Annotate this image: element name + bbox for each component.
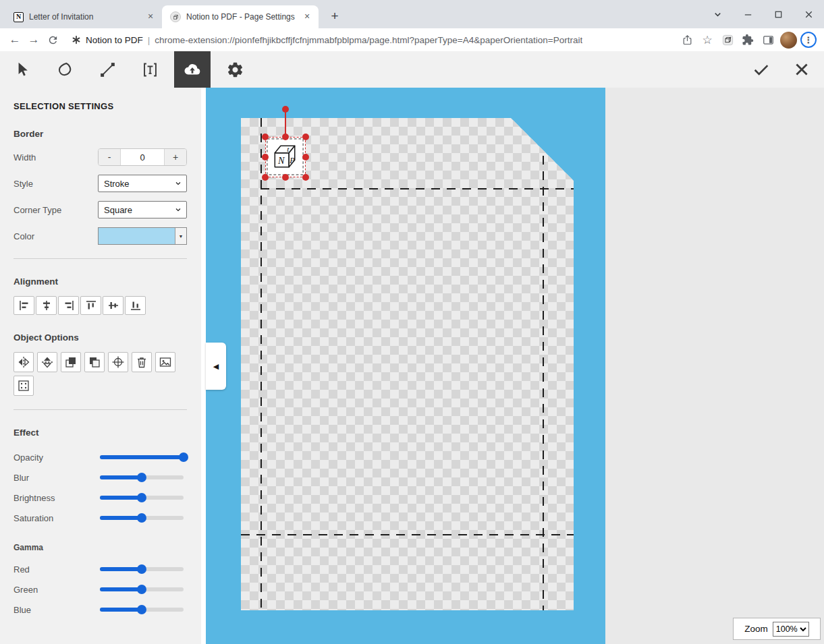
width-value-field[interactable]: 0 bbox=[121, 149, 164, 165]
rotation-handle[interactable] bbox=[282, 106, 289, 113]
green-slider-thumb[interactable] bbox=[137, 585, 146, 594]
share-icon bbox=[682, 34, 693, 46]
reload-icon bbox=[47, 34, 59, 46]
corner-type-select[interactable]: Square bbox=[98, 201, 187, 218]
tab-close-icon[interactable]: × bbox=[301, 11, 313, 23]
border-color-picker[interactable]: ▼ bbox=[98, 227, 187, 245]
maximize-button[interactable] bbox=[763, 0, 794, 28]
flip-vertical-button[interactable] bbox=[37, 352, 57, 372]
selected-logo-object[interactable]: N t P bbox=[265, 137, 306, 177]
upload-tool-button[interactable] bbox=[174, 51, 211, 88]
zoom-select[interactable]: 100% bbox=[773, 622, 809, 637]
avatar bbox=[780, 32, 797, 49]
brightness-slider-thumb[interactable] bbox=[137, 493, 146, 502]
saturation-slider-thumb[interactable] bbox=[137, 513, 146, 523]
align-right-button[interactable] bbox=[58, 296, 79, 315]
canvas-area: N t P ◀ Zoom 100% bbox=[201, 88, 824, 644]
resize-handle-ne[interactable] bbox=[302, 134, 309, 140]
blur-slider-thumb[interactable] bbox=[137, 473, 146, 482]
zoom-panel: Zoom 100% bbox=[733, 618, 821, 640]
blue-slider-thumb[interactable] bbox=[137, 605, 146, 614]
align-bottom-button[interactable] bbox=[125, 296, 146, 315]
margin-guide-right bbox=[543, 156, 544, 610]
extension-shortcut-button[interactable] bbox=[717, 30, 738, 49]
align-center-horizontal-button[interactable] bbox=[36, 296, 57, 315]
cursor-icon bbox=[13, 61, 31, 78]
center-object-button[interactable] bbox=[108, 352, 128, 372]
slider-track bbox=[100, 455, 184, 459]
side-panel-icon bbox=[762, 34, 775, 47]
align-middle-vertical-button[interactable] bbox=[103, 296, 123, 315]
extensions-button[interactable] bbox=[738, 30, 758, 49]
resize-handle-e[interactable] bbox=[302, 154, 309, 160]
bookmark-button[interactable]: ☆ bbox=[697, 30, 717, 49]
new-tab-button[interactable]: + bbox=[325, 7, 344, 26]
notion-favicon-icon: N bbox=[13, 12, 24, 22]
color-dropdown-button[interactable]: ▼ bbox=[175, 228, 186, 244]
color-label: Color bbox=[13, 231, 98, 241]
replace-image-button[interactable] bbox=[155, 352, 175, 372]
resize-handle-w[interactable] bbox=[262, 154, 269, 160]
resize-handle-s[interactable] bbox=[282, 174, 289, 181]
ntp-logo-image: N t P bbox=[266, 138, 304, 176]
opacity-slider[interactable] bbox=[100, 452, 184, 462]
close-window-button[interactable] bbox=[794, 0, 824, 28]
blur-slider[interactable] bbox=[100, 473, 184, 482]
align-top-button[interactable] bbox=[80, 296, 101, 315]
saturation-label: Saturation bbox=[13, 513, 100, 523]
width-increment-button[interactable]: + bbox=[164, 149, 186, 165]
tab-search-button[interactable] bbox=[703, 0, 733, 28]
extension-site-icon bbox=[72, 35, 81, 45]
confirm-button[interactable] bbox=[743, 51, 779, 88]
saturation-slider[interactable] bbox=[100, 513, 184, 523]
page-settings-tool-button[interactable] bbox=[217, 51, 253, 88]
blue-slider[interactable] bbox=[100, 605, 184, 614]
forward-button[interactable]: → bbox=[24, 30, 43, 49]
address-bar[interactable]: Notion to PDF | chrome-extension://pionf… bbox=[72, 35, 677, 45]
select-tool-button[interactable] bbox=[4, 51, 40, 88]
margin-guide-left bbox=[260, 118, 262, 610]
panel-collapse-button[interactable]: ◀ bbox=[206, 343, 226, 390]
divider bbox=[13, 409, 187, 410]
slider-track bbox=[100, 496, 184, 500]
cancel-button[interactable] bbox=[784, 51, 820, 88]
profile-avatar[interactable] bbox=[778, 30, 798, 49]
line-tool-button[interactable] bbox=[89, 51, 126, 88]
border-style-select[interactable]: Stroke bbox=[98, 175, 187, 192]
green-slider[interactable] bbox=[100, 585, 184, 594]
delete-object-button[interactable] bbox=[132, 352, 152, 372]
reload-button[interactable] bbox=[43, 30, 62, 49]
shape-tool-button[interactable] bbox=[47, 51, 83, 88]
bring-forward-button[interactable] bbox=[61, 352, 81, 372]
bring-forward-icon bbox=[64, 355, 78, 369]
resize-handle-n[interactable] bbox=[282, 134, 289, 140]
tab-letter-of-invitation[interactable]: N Letter of Invitation × bbox=[5, 5, 162, 28]
back-button[interactable]: ← bbox=[5, 30, 24, 49]
opacity-label: Opacity bbox=[13, 452, 100, 463]
image-icon bbox=[159, 355, 172, 369]
color-swatch[interactable] bbox=[99, 228, 175, 244]
margin-guide-top bbox=[260, 188, 574, 189]
align-left-button[interactable] bbox=[13, 296, 34, 315]
paper-a4 bbox=[241, 118, 574, 610]
flip-horizontal-button[interactable] bbox=[13, 352, 34, 372]
resize-handle-se[interactable] bbox=[302, 174, 309, 181]
tab-page-settings[interactable]: Notion to PDF - Page Settings × bbox=[162, 5, 319, 28]
red-slider-thumb[interactable] bbox=[137, 564, 146, 574]
send-backward-icon bbox=[88, 355, 101, 369]
red-slider[interactable] bbox=[100, 564, 184, 574]
brightness-slider[interactable] bbox=[100, 493, 184, 502]
pattern-fill-button[interactable] bbox=[13, 376, 34, 396]
share-button[interactable] bbox=[677, 30, 697, 49]
resize-handle-nw[interactable] bbox=[262, 134, 269, 140]
opacity-slider-thumb[interactable] bbox=[179, 452, 188, 462]
text-tool-button[interactable] bbox=[132, 51, 168, 88]
width-decrement-button[interactable]: - bbox=[99, 149, 121, 165]
send-backward-button[interactable] bbox=[84, 352, 105, 372]
browser-menu-button[interactable]: ⋮ bbox=[798, 30, 819, 49]
side-panel-button[interactable] bbox=[758, 30, 778, 49]
tab-close-icon[interactable]: × bbox=[144, 11, 157, 23]
minimize-button[interactable] bbox=[733, 0, 763, 28]
close-icon bbox=[804, 9, 814, 20]
resize-handle-sw[interactable] bbox=[262, 174, 269, 181]
